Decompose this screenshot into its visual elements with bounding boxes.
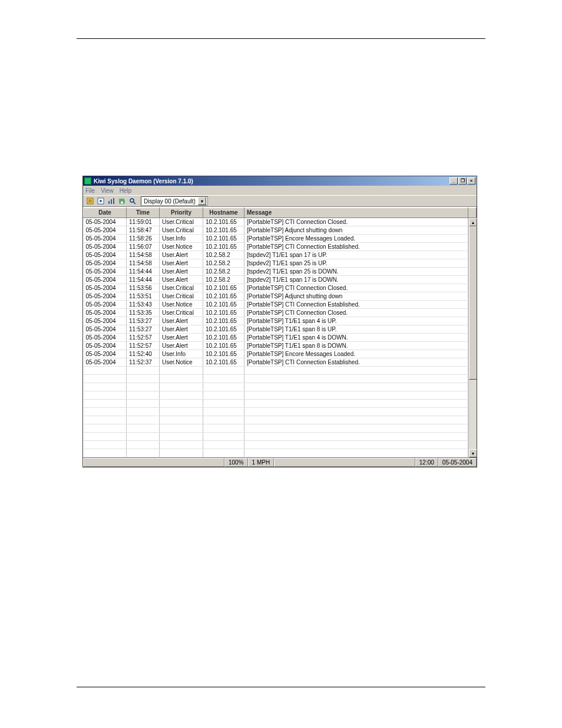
col-date[interactable]: Date [84, 208, 127, 218]
table-row[interactable]: 05-05-200411:53:35User.Critical10.2.101.… [84, 309, 477, 317]
cell-empty [127, 424, 160, 433]
scroll-up-button[interactable]: ▲ [469, 218, 477, 226]
status-spacer [274, 458, 415, 467]
cell-time: 11:52:40 [127, 350, 160, 358]
display-select[interactable]: Display 00 (Default) ▼ [141, 196, 208, 206]
menu-view[interactable]: View [101, 187, 114, 194]
table-row[interactable]: 05-05-200411:59:01User.Critical10.2.101.… [84, 218, 477, 226]
svg-rect-7 [111, 199, 112, 204]
table-row[interactable]: 05-05-200411:52:57User.Alert10.2.101.65[… [84, 342, 477, 350]
col-message[interactable]: Message [244, 208, 468, 218]
col-priority[interactable]: Priority [160, 208, 203, 218]
cell-host: 10.2.58.2 [203, 268, 244, 276]
table-row[interactable]: 05-05-200411:53:43User.Notice10.2.101.65… [84, 301, 477, 309]
table-row[interactable]: 05-05-200411:54:44User.Alert10.2.58.2[ts… [84, 276, 477, 284]
cell-priority: User.Alert [160, 325, 203, 334]
cell-empty [127, 408, 160, 416]
chart-icon[interactable] [107, 196, 116, 206]
maximize-button[interactable]: ❐ [458, 177, 467, 185]
minimize-button[interactable]: _ [449, 177, 458, 185]
cell-msg: [PortableTSP] CTI Connection Established… [244, 243, 468, 251]
cell-host: 10.2.101.65 [203, 350, 244, 358]
table-row[interactable]: 05-05-200411:54:58User.Alert10.2.58.2[ts… [84, 259, 477, 268]
cell-time: 11:53:35 [127, 309, 160, 317]
properties-icon[interactable] [96, 196, 105, 206]
cell-priority: User.Critical [160, 284, 203, 292]
cell-empty [203, 416, 244, 424]
cell-msg: [tspdev2] T1/E1 span 17 is UP. [244, 251, 468, 259]
cell-msg: [PortableTSP] T1/E1 span 8 is DOWN. [244, 342, 468, 350]
cell-msg: [PortableTSP] CTI Connection Closed. [244, 284, 468, 292]
table-row[interactable]: 05-05-200411:52:37User.Notice10.2.101.65… [84, 358, 477, 367]
table-row[interactable]: 05-05-200411:54:58User.Alert10.2.58.2[ts… [84, 251, 477, 259]
cell-empty [203, 441, 244, 449]
cell-empty [244, 424, 468, 433]
table-row[interactable]: 05-05-200411:53:27User.Alert10.2.101.65[… [84, 317, 477, 325]
page-rule-top [77, 38, 485, 39]
scroll-thumb[interactable] [469, 226, 477, 380]
cell-empty [203, 424, 244, 433]
menu-file[interactable]: File [85, 187, 95, 194]
cell-time: 11:58:26 [127, 235, 160, 243]
table-row[interactable]: 05-05-200411:53:51User.Critical10.2.101.… [84, 292, 477, 301]
cell-host: 10.2.101.65 [203, 301, 244, 309]
cell-priority: User.Critical [160, 218, 203, 226]
col-time[interactable]: Time [127, 208, 160, 218]
vertical-scrollbar[interactable]: ▲ ▼ [468, 218, 477, 457]
cell-empty [84, 433, 127, 441]
table-row[interactable]: 05-05-200411:56:07User.Notice10.2.101.65… [84, 243, 477, 251]
page-rule-bottom [77, 687, 485, 687]
col-hostname[interactable]: Hostname [203, 208, 244, 218]
cell-host: 10.2.58.2 [203, 276, 244, 284]
cell-empty [160, 433, 203, 441]
table-row[interactable]: 05-05-200411:53:56User.Critical10.2.101.… [84, 284, 477, 292]
cell-host: 10.2.101.65 [203, 226, 244, 235]
cell-empty [203, 449, 244, 457]
syslog-window: Kiwi Syslog Daemon (Version 7.1.0) _ ❐ ×… [82, 176, 477, 467]
cell-priority: User.Info [160, 235, 203, 243]
cell-empty [160, 367, 203, 375]
cell-msg: [PortableTSP] CTI Connection Established… [244, 301, 468, 309]
cell-time: 11:53:51 [127, 292, 160, 301]
cell-msg: [PortableTSP] Adjunct shutting down [244, 226, 468, 235]
cell-host: 10.2.101.65 [203, 342, 244, 350]
table-row[interactable]: 05-05-200411:54:44User.Alert10.2.58.2[ts… [84, 268, 477, 276]
cell-empty [84, 424, 127, 433]
find-icon[interactable] [128, 196, 137, 206]
save-icon[interactable] [117, 196, 127, 206]
table-row-empty [84, 367, 477, 375]
cell-date: 05-05-2004 [84, 243, 127, 251]
cell-time: 11:52:57 [127, 334, 160, 342]
scroll-down-button[interactable]: ▼ [469, 449, 477, 457]
cell-empty [84, 383, 127, 391]
cell-date: 05-05-2004 [84, 292, 127, 301]
close-button[interactable]: × [467, 177, 475, 185]
table-row-empty [84, 391, 477, 400]
svg-rect-6 [108, 201, 110, 204]
titlebar[interactable]: Kiwi Syslog Daemon (Version 7.1.0) _ ❐ × [83, 176, 477, 186]
chevron-down-icon[interactable]: ▼ [198, 197, 206, 205]
cell-priority: User.Critical [160, 226, 203, 235]
cell-time: 11:58:47 [127, 226, 160, 235]
cell-empty [203, 375, 244, 383]
table-row-empty [84, 375, 477, 383]
cell-empty [127, 433, 160, 441]
table-row[interactable]: 05-05-200411:52:40User.Info10.2.101.65[P… [84, 350, 477, 358]
cell-date: 05-05-2004 [84, 350, 127, 358]
cell-host: 10.2.101.65 [203, 309, 244, 317]
table-row[interactable]: 05-05-200411:53:27User.Alert10.2.101.65[… [84, 325, 477, 334]
log-icon[interactable] [85, 196, 95, 206]
status-time: 12:00 [415, 458, 438, 467]
cell-empty [84, 391, 127, 400]
table-row[interactable]: 05-05-200411:58:26User.Info10.2.101.65[P… [84, 235, 477, 243]
menu-help[interactable]: Help [120, 187, 132, 194]
cell-time: 11:54:44 [127, 276, 160, 284]
cell-date: 05-05-2004 [84, 218, 127, 226]
cell-time: 11:53:27 [127, 317, 160, 325]
cell-msg: [PortableTSP] Adjunct shutting down [244, 292, 468, 301]
cell-empty [244, 433, 468, 441]
table-row[interactable]: 05-05-200411:58:47User.Critical10.2.101.… [84, 226, 477, 235]
cell-priority: User.Notice [160, 301, 203, 309]
table-row[interactable]: 05-05-200411:52:57User.Alert10.2.101.65[… [84, 334, 477, 342]
cell-date: 05-05-2004 [84, 317, 127, 325]
